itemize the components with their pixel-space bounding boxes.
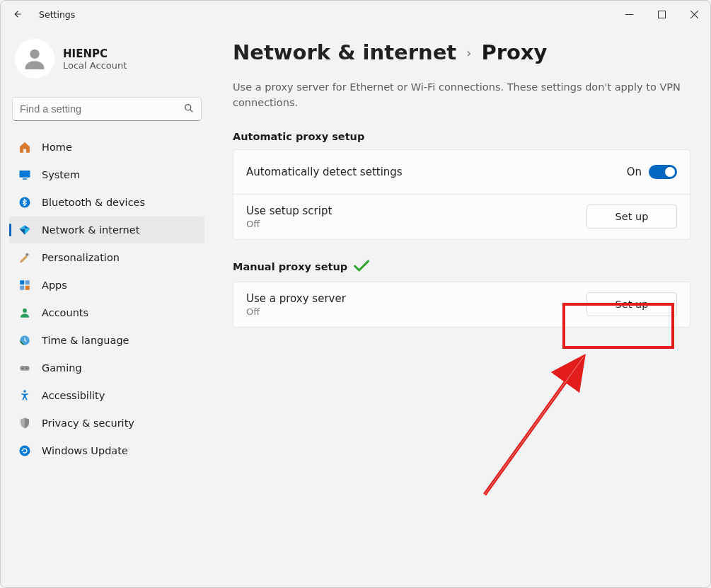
maximize-button[interactable] — [645, 1, 678, 28]
sidebar-item-time[interactable]: Time & language — [9, 327, 204, 354]
breadcrumb-current: Proxy — [481, 40, 547, 64]
use-proxy-label: Use a proxy server — [246, 292, 586, 305]
gaming-icon — [18, 361, 32, 375]
sidebar-item-privacy[interactable]: Privacy & security — [9, 410, 204, 437]
sidebar-item-label: Privacy & security — [42, 417, 134, 429]
privacy-icon — [18, 416, 32, 430]
svg-line-4 — [190, 110, 193, 113]
svg-rect-12 — [25, 286, 30, 290]
sidebar-item-label: Bluetooth & devices — [42, 197, 145, 208]
svg-point-19 — [20, 446, 30, 456]
auto-detect-row[interactable]: Automatically detect settings On — [233, 150, 690, 194]
use-proxy-row: Use a proxy server Off Set up — [233, 282, 690, 327]
sidebar-item-label: Accessibility — [42, 390, 105, 401]
svg-rect-9 — [20, 280, 24, 284]
auto-proxy-group: Automatically detect settings On Use set… — [233, 149, 690, 240]
svg-point-16 — [22, 367, 23, 369]
system-icon — [18, 168, 32, 182]
bluetooth-icon — [18, 195, 32, 209]
personalization-icon — [18, 250, 32, 265]
sidebar-item-label: Apps — [42, 279, 67, 291]
svg-rect-11 — [20, 286, 24, 290]
home-icon — [18, 140, 32, 154]
setup-script-row: Use setup script Off Set up — [233, 194, 690, 239]
maximize-icon — [658, 11, 666, 18]
svg-line-21 — [485, 357, 584, 495]
arrow-left-icon — [13, 9, 23, 19]
main-content: Network & internet › Proxy Use a proxy s… — [213, 28, 710, 587]
use-proxy-setup-button[interactable]: Set up — [586, 292, 677, 316]
svg-line-20 — [485, 357, 584, 495]
svg-rect-10 — [25, 280, 30, 284]
svg-point-3 — [185, 105, 191, 110]
svg-rect-5 — [20, 171, 30, 178]
nav: Home System Bluetooth & devices Network … — [9, 134, 204, 464]
close-icon — [690, 11, 698, 18]
accounts-icon — [18, 306, 32, 320]
svg-rect-1 — [658, 11, 665, 18]
sidebar-item-label: Gaming — [42, 362, 82, 374]
auto-detect-label: Automatically detect settings — [246, 166, 627, 178]
sidebar-item-label: Network & internet — [42, 224, 139, 236]
time-icon — [18, 333, 32, 347]
svg-point-2 — [30, 50, 39, 59]
profile-name: HIENPC — [63, 47, 127, 60]
settings-window: Settings HIENPC Local Account — [0, 0, 711, 588]
person-icon — [21, 45, 49, 73]
section-title-manual: Manual proxy setup — [233, 260, 690, 275]
checkmark-icon — [353, 260, 370, 275]
profile-block[interactable]: HIENPC Local Account — [9, 33, 204, 84]
avatar — [15, 39, 54, 79]
auto-detect-toggle[interactable] — [649, 165, 677, 179]
sidebar-item-accessibility[interactable]: Accessibility — [9, 382, 204, 409]
svg-point-18 — [23, 390, 25, 392]
annotation-arrow-icon — [478, 346, 598, 502]
svg-point-13 — [23, 309, 27, 313]
search-icon — [183, 103, 195, 117]
svg-rect-6 — [23, 178, 27, 180]
sidebar: HIENPC Local Account Home System — [1, 28, 213, 587]
minimize-icon — [625, 11, 633, 18]
sidebar-item-label: Windows Update — [42, 445, 128, 456]
sidebar-item-label: Time & language — [42, 335, 129, 346]
sidebar-item-system[interactable]: System — [9, 161, 204, 188]
sidebar-item-label: Personalization — [42, 252, 120, 263]
titlebar: Settings — [1, 1, 710, 28]
sidebar-item-label: Home — [42, 142, 72, 153]
page-description: Use a proxy server for Ethernet or Wi-Fi… — [233, 80, 686, 111]
accessibility-icon — [18, 388, 32, 403]
setup-script-state: Off — [246, 219, 586, 229]
svg-rect-15 — [20, 366, 30, 371]
close-button[interactable] — [678, 1, 710, 28]
setup-script-label: Use setup script — [246, 204, 586, 217]
search-input[interactable] — [12, 97, 202, 121]
sidebar-item-apps[interactable]: Apps — [9, 272, 204, 299]
network-icon — [18, 223, 32, 237]
breadcrumb-parent[interactable]: Network & internet — [233, 40, 456, 64]
apps-icon — [18, 278, 32, 292]
svg-point-17 — [26, 367, 28, 369]
sidebar-item-update[interactable]: Windows Update — [9, 437, 204, 464]
sidebar-item-accounts[interactable]: Accounts — [9, 299, 204, 326]
use-proxy-state: Off — [246, 306, 586, 317]
sidebar-item-personalization[interactable]: Personalization — [9, 244, 204, 271]
svg-rect-0 — [625, 14, 633, 15]
setup-script-button[interactable]: Set up — [586, 204, 677, 229]
app-title: Settings — [39, 9, 75, 20]
breadcrumb: Network & internet › Proxy — [233, 40, 690, 64]
window-controls — [613, 1, 710, 28]
toggle-state-text: On — [627, 166, 642, 178]
manual-proxy-group: Use a proxy server Off Set up — [233, 282, 690, 328]
sidebar-item-label: Accounts — [42, 307, 88, 318]
search-box — [12, 97, 202, 121]
profile-type: Local Account — [63, 60, 127, 71]
update-icon — [18, 444, 32, 458]
sidebar-item-home[interactable]: Home — [9, 134, 204, 161]
sidebar-item-label: System — [42, 169, 80, 180]
sidebar-item-network[interactable]: Network & internet — [9, 217, 204, 243]
back-button[interactable] — [6, 3, 29, 25]
minimize-button[interactable] — [613, 1, 645, 28]
chevron-right-icon: › — [466, 45, 471, 60]
sidebar-item-gaming[interactable]: Gaming — [9, 354, 204, 381]
sidebar-item-bluetooth[interactable]: Bluetooth & devices — [9, 189, 204, 216]
